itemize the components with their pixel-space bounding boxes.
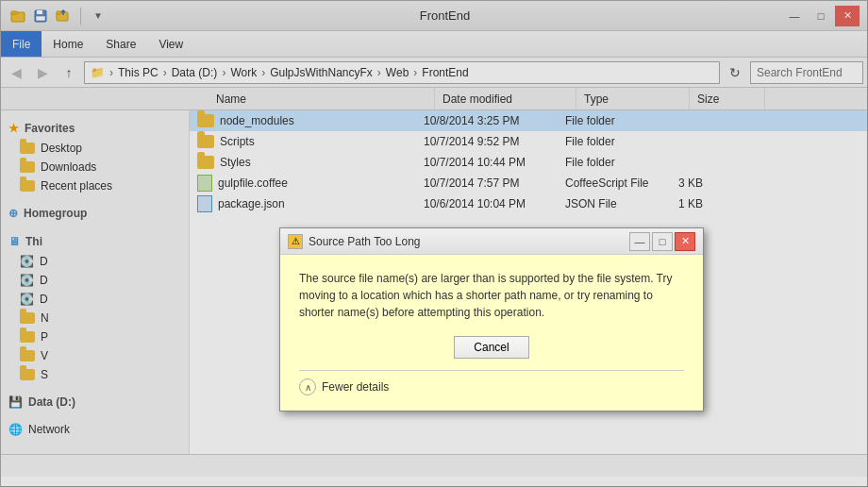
dialog: ⚠ Source Path Too Long — □ ✕ The source … xyxy=(279,227,704,411)
dialog-title: Source Path Too Long xyxy=(309,235,627,248)
dialog-body: The source file name(s) are larger than … xyxy=(280,255,703,411)
dialog-overlay: ⚠ Source Path Too Long — □ ✕ The source … xyxy=(1,1,868,487)
dialog-actions: Cancel xyxy=(299,336,684,359)
dialog-details-label: Fewer details xyxy=(322,380,389,394)
window: ▼ FrontEnd — □ ✕ File Home Share View ◀ … xyxy=(0,0,868,487)
dialog-maximize-button[interactable]: □ xyxy=(652,232,673,251)
dialog-details[interactable]: ∧ Fewer details xyxy=(299,370,684,395)
dialog-close-button[interactable]: ✕ xyxy=(675,232,695,251)
dialog-warning-icon: ⚠ xyxy=(288,234,303,249)
dialog-minimize-button[interactable]: — xyxy=(629,232,650,251)
dialog-titlebar: ⚠ Source Path Too Long — □ ✕ xyxy=(280,228,703,255)
dialog-message: The source file name(s) are larger than … xyxy=(299,270,684,321)
chevron-up-icon: ∧ xyxy=(299,378,316,395)
dialog-cancel-button[interactable]: Cancel xyxy=(454,336,529,359)
